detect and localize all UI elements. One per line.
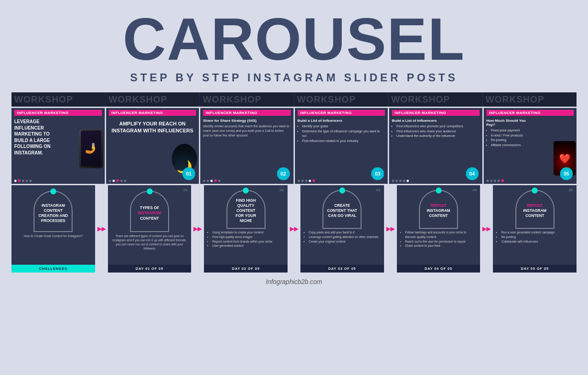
bottom-card-4: 04 REPOST INSTAGRAM CONTENT Follow hasht… bbox=[397, 185, 481, 273]
ws-label-4: WORKSHOP bbox=[297, 94, 356, 104]
workshop-strip: WORKSHOP WORKSHOP WORKSHOP WORKSHOP WORK… bbox=[11, 92, 577, 107]
d5 bbox=[124, 180, 126, 182]
d3 bbox=[116, 179, 119, 182]
arch-text-5: REPOST INSTAGRAM CONTENT bbox=[521, 200, 548, 218]
arch-dot-2 bbox=[243, 188, 249, 193]
bc4-num: 04 bbox=[472, 188, 476, 192]
tc1-title: LEVERAGE INFLUENCER MARKETING TO BUILD A… bbox=[14, 119, 51, 155]
challenges-badge: CHALLENGES bbox=[11, 265, 95, 273]
num-badge-2: 01 bbox=[182, 167, 195, 180]
day-badge-4: DAY 04 OF 05 bbox=[397, 265, 481, 273]
bc3-num: 03 bbox=[376, 188, 380, 192]
arch-dot-4 bbox=[435, 188, 441, 193]
day-badge-1: DAY 01 OF 05 bbox=[108, 265, 192, 273]
bc1-body: There are different types of content you… bbox=[112, 234, 188, 250]
arch-text-1: TYPES OF INSTAGRAM CONTENT bbox=[136, 202, 163, 221]
day-badge-3: DAY 03 OF 05 bbox=[300, 265, 384, 273]
tc3-body: Identify similar accounts that reach the… bbox=[203, 124, 291, 137]
arch-text-4: REPOST INSTAGRAM CONTENT bbox=[425, 200, 452, 218]
footer-text: Infographicb2b.com bbox=[266, 278, 322, 285]
influencer-tag-2: INFLUENCER MARKETING bbox=[109, 110, 197, 116]
top-card-3: INFLUENCER MARKETING Share for Share Str… bbox=[200, 108, 294, 184]
ws-label-1: WORKSHOP bbox=[14, 94, 73, 104]
bottom-row: INSTAGRAM CONTENT CREATION AND PROCESSES… bbox=[11, 185, 577, 273]
d2 bbox=[113, 180, 115, 182]
dot-1 bbox=[22, 180, 24, 182]
num-badge-4: 03 bbox=[371, 167, 384, 180]
bottom-card-2: 02 FIND HIGH QUALITY CONTENT FOR YOUR NI… bbox=[204, 185, 288, 273]
num-badge-3: 02 bbox=[277, 167, 290, 180]
arrow-4: ▶▶ bbox=[386, 226, 395, 232]
arrow-2: ▶▶ bbox=[193, 226, 202, 232]
ws-label-3: WORKSHOP bbox=[203, 94, 261, 104]
bottom-card-0: INSTAGRAM CONTENT CREATION AND PROCESSES… bbox=[11, 185, 95, 273]
dot-pink bbox=[18, 179, 21, 182]
bc0-content: How to Create Great Content for Instagra… bbox=[11, 232, 95, 265]
num-badge-5: 04 bbox=[466, 167, 479, 180]
dot-active bbox=[14, 180, 17, 182]
arch-2: FIND HIGH QUALITY CONTENT FOR YOUR NICHE bbox=[226, 190, 266, 229]
bottom-card-5: 05 REPOST INSTAGRAM CONTENT Run a user g… bbox=[493, 185, 577, 273]
bc5-num: 05 bbox=[569, 188, 573, 192]
dot-3 bbox=[29, 180, 32, 182]
d4 bbox=[120, 180, 123, 182]
bc2-bullets: Using templates to create your content F… bbox=[208, 230, 284, 248]
arch-text-2: FIND HIGH QUALITY CONTENT FOR YOUR NICHE bbox=[227, 195, 265, 223]
bc4-bullets: Follow hashtags and accounts in your nic… bbox=[401, 230, 477, 248]
bc3-content: Copy paste and add your twist to it Leve… bbox=[300, 229, 384, 265]
bottom-card-1: 01 TYPES OF INSTAGRAM CONTENT There are … bbox=[108, 185, 192, 273]
influencer-tag-6: INFLUENCER MARKETING bbox=[486, 110, 574, 116]
influencer-tag-1: INFLUENCER MARKETING bbox=[14, 110, 102, 116]
tc5-subtitle: Build a List of Influencers bbox=[392, 119, 480, 123]
top-card-1: INFLUENCER MARKETING LEVERAGE INFLUENCER… bbox=[11, 108, 105, 184]
bc5-content: Run a user generated content campaign. R… bbox=[493, 229, 577, 265]
arrow-3: ▶▶ bbox=[290, 226, 298, 232]
arch-dot-3 bbox=[339, 188, 345, 193]
top-row: INFLUENCER MARKETING LEVERAGE INFLUENCER… bbox=[11, 108, 577, 184]
arch-3: CREATE CONTENT THAT CAN GO VIRAL bbox=[322, 190, 362, 229]
top-card-6: INFLUENCER MARKETING How Much Should You… bbox=[484, 108, 577, 184]
bottom-card-3: 03 CREATE CONTENT THAT CAN GO VIRAL Copy… bbox=[300, 185, 384, 273]
top-card-5: INFLUENCER MARKETING Build a List of Inf… bbox=[389, 108, 482, 184]
day-badge-2: DAY 02 OF 05 bbox=[204, 265, 288, 273]
arch-0: INSTAGRAM CONTENT CREATION AND PROCESSES bbox=[34, 191, 73, 232]
arch-text-3: CREATE CONTENT THAT CAN GO VIRAL bbox=[325, 200, 359, 218]
phone-illustration-1: 🤳 bbox=[79, 129, 103, 168]
tc6-subtitle: How Much Should You Pay? bbox=[486, 119, 532, 127]
bc2-content: Using templates to create your content F… bbox=[204, 229, 288, 265]
arrow-1: ▶▶ bbox=[97, 226, 106, 232]
arch-dot-1 bbox=[147, 188, 153, 194]
bc4-content: Follow hashtags and accounts in your nic… bbox=[397, 229, 481, 265]
bc3-bullets: Copy paste and add your twist to it Leve… bbox=[304, 230, 380, 244]
tc4-bullets: Identify your goals Determine the type o… bbox=[298, 124, 385, 143]
bc1-num: 01 bbox=[183, 188, 187, 192]
ws-label-6: WORKSHOP bbox=[486, 94, 544, 104]
tc6-bullets: Fixed price payment In-kind / Free produ… bbox=[486, 128, 535, 148]
arch-dot-0 bbox=[50, 188, 56, 194]
tc4-subtitle: Build a List of Influencers bbox=[298, 119, 385, 123]
arch-5: REPOST INSTAGRAM CONTENT bbox=[515, 190, 554, 229]
dot-2 bbox=[26, 180, 28, 182]
tc2-title: AMPLIFY YOUR REACH ON INSTAGRAM WITH INF… bbox=[109, 120, 197, 135]
ws-label-2: WORKSHOP bbox=[108, 94, 167, 104]
dots-nav-1 bbox=[11, 177, 105, 184]
bc2-num: 02 bbox=[280, 188, 284, 192]
arch-1: TYPES OF INSTAGRAM CONTENT bbox=[130, 191, 169, 232]
day-badge-5: DAY 05 OF 05 bbox=[493, 265, 577, 273]
page-subtitle: STEP BY STEP INSTAGRAM SLIDER POSTS bbox=[130, 71, 458, 84]
influencer-tag-3: INFLUENCER MARKETING bbox=[203, 110, 291, 116]
num-badge-6: 05 bbox=[560, 167, 573, 180]
arch-text-0: INSTAGRAM CONTENT CREATION AND PROCESSES bbox=[36, 199, 70, 223]
bc0-body: How to Create Great Content for Instagra… bbox=[15, 234, 91, 238]
arch-4: REPOST INSTAGRAM CONTENT bbox=[419, 190, 458, 229]
tc3-subtitle: Share for Share Strategy (S4S) bbox=[203, 119, 291, 123]
tc5-bullets: Find influencers who promote your compet… bbox=[392, 124, 480, 139]
influencer-tag-4: INFLUENCER MARKETING bbox=[298, 110, 385, 116]
arch-dot-5 bbox=[532, 188, 538, 193]
influencer-tag-5: INFLUENCER MARKETING bbox=[392, 110, 480, 116]
bc5-bullets: Run a user generated content campaign. R… bbox=[497, 230, 573, 244]
d1 bbox=[109, 180, 111, 182]
arrow-5: ▶▶ bbox=[482, 226, 491, 232]
ws-label-5: WORKSHOP bbox=[391, 94, 450, 104]
top-card-2: INFLUENCER MARKETING AMPLIFY YOUR REACH … bbox=[106, 108, 199, 184]
